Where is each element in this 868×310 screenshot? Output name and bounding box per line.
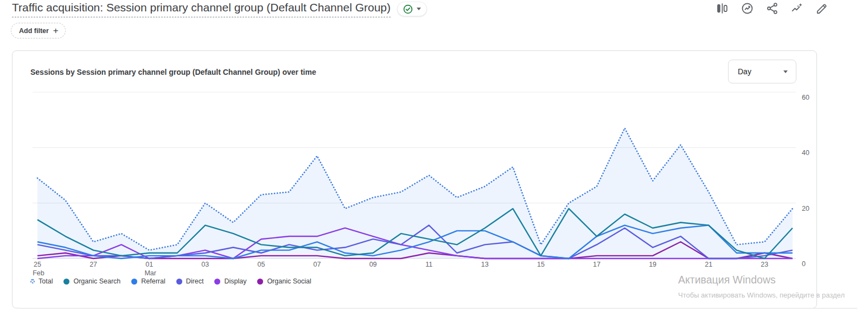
legend-label: Referral bbox=[141, 277, 165, 285]
legend-item-total[interactable]: Total bbox=[30, 277, 53, 285]
x-axis-label: 17 bbox=[593, 261, 601, 268]
legend-marker bbox=[257, 279, 263, 285]
x-axis-label: 23 bbox=[761, 261, 768, 268]
edit-pencil-icon[interactable] bbox=[815, 2, 829, 15]
legend-item-display[interactable]: Display bbox=[214, 277, 246, 285]
granularity-value: Day bbox=[738, 67, 751, 76]
report-status-pill[interactable] bbox=[397, 2, 427, 16]
legend-label: Direct bbox=[186, 277, 204, 285]
x-axis-label: 25 bbox=[34, 261, 41, 268]
y-axis-label: 0 bbox=[802, 260, 806, 268]
chevron-down-icon bbox=[417, 8, 421, 10]
x-axis-label: 03 bbox=[201, 261, 209, 268]
chevron-down-icon bbox=[783, 70, 788, 73]
chart-title: Sessions by Session primary channel grou… bbox=[30, 68, 316, 76]
granularity-select[interactable]: Day bbox=[728, 60, 796, 83]
legend-label: Total bbox=[39, 277, 53, 285]
legend-marker bbox=[131, 279, 137, 285]
comparison-icon[interactable] bbox=[716, 2, 729, 15]
report-toolbar bbox=[716, 2, 829, 15]
legend-label: Display bbox=[224, 277, 246, 285]
legend-item-organic-social[interactable]: Organic Social bbox=[257, 277, 311, 285]
share-icon[interactable] bbox=[765, 2, 779, 15]
legend-item-direct[interactable]: Direct bbox=[176, 277, 204, 285]
x-axis-label: 15 bbox=[537, 261, 545, 268]
insights-circle-icon[interactable] bbox=[741, 2, 754, 15]
x-axis-label: 09 bbox=[369, 261, 377, 268]
legend-label: Organic Search bbox=[73, 277, 120, 285]
sessions-line-chart[interactable]: 020406025Feb2701Mar030507091113151719212… bbox=[21, 86, 813, 279]
legend-item-organic-search[interactable]: Organic Search bbox=[63, 277, 120, 285]
y-axis-label: 20 bbox=[802, 205, 809, 212]
legend-label: Organic Social bbox=[267, 277, 311, 285]
x-axis-month-label: Feb bbox=[33, 269, 44, 277]
legend-marker bbox=[63, 279, 69, 285]
legend-item-referral[interactable]: Referral bbox=[131, 277, 165, 285]
report-header: Traffic acquisition: Session primary cha… bbox=[12, 1, 427, 17]
legend-marker bbox=[30, 279, 35, 283]
x-axis-label: 13 bbox=[481, 261, 489, 268]
check-circle-icon bbox=[403, 4, 413, 14]
y-axis-label: 40 bbox=[802, 149, 809, 157]
x-axis-month-label: Mar bbox=[144, 269, 156, 277]
chart-legend: TotalOrganic SearchReferralDirectDisplay… bbox=[30, 277, 311, 285]
legend-marker bbox=[214, 279, 220, 285]
add-filter-button[interactable]: Add filter + bbox=[11, 23, 66, 38]
plus-icon: + bbox=[53, 26, 59, 35]
insights-sparkle-icon[interactable] bbox=[790, 2, 804, 15]
x-axis-label: 21 bbox=[705, 261, 712, 268]
x-axis-label: 27 bbox=[90, 261, 97, 268]
x-axis-label: 11 bbox=[425, 261, 432, 268]
page-title[interactable]: Traffic acquisition: Session primary cha… bbox=[12, 1, 391, 17]
x-axis-label: 07 bbox=[314, 261, 321, 268]
x-axis-label: 01 bbox=[145, 261, 153, 268]
section-divider bbox=[20, 308, 857, 309]
legend-marker bbox=[176, 279, 182, 285]
x-axis-label: 05 bbox=[257, 261, 265, 268]
add-filter-label: Add filter bbox=[19, 27, 49, 35]
x-axis-label: 19 bbox=[649, 261, 656, 268]
y-axis-label: 60 bbox=[802, 94, 809, 101]
